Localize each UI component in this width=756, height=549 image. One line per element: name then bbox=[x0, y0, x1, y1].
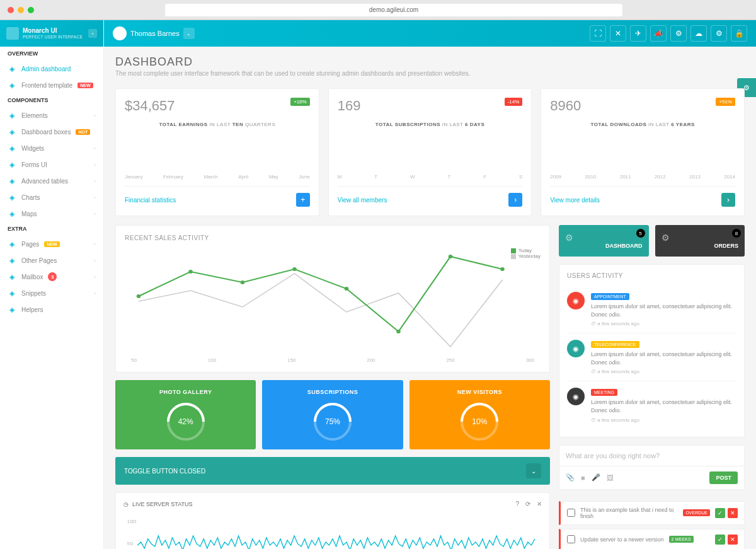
dashboard-icon: ◈ bbox=[8, 64, 16, 73]
sales-title: RECENT SALES ACTIVITY bbox=[125, 234, 541, 241]
sliders-icon[interactable]: ⚙ bbox=[670, 25, 687, 42]
status-input[interactable]: What are you doing right now? bbox=[559, 445, 745, 466]
stat-action-button[interactable]: › bbox=[721, 193, 735, 207]
sidebar-item-admin-dashboard[interactable]: ◈Admin dashboard bbox=[0, 61, 103, 77]
activity-text: Lorem ipsum dolor sit amet, consectetuer… bbox=[591, 398, 736, 414]
sidebar-item-maps[interactable]: ◈Maps› bbox=[0, 205, 103, 222]
chart-legend: Today Yesterday bbox=[511, 248, 541, 259]
activity-text: Lorem ipsum dolor sit amet, consectetuer… bbox=[591, 350, 736, 366]
close-icon[interactable]: ✕ bbox=[537, 500, 542, 507]
layout-icon: ◈ bbox=[8, 81, 16, 90]
nav-badge: 3 bbox=[48, 272, 57, 281]
tile-orders[interactable]: 8⚙ORDERS bbox=[655, 225, 745, 257]
post-button[interactable]: POST bbox=[709, 471, 738, 484]
tile-icon: ⚙ bbox=[662, 233, 739, 243]
svg-point-3 bbox=[292, 267, 297, 271]
page-icon: ◈ bbox=[8, 240, 16, 248]
refresh-icon[interactable]: ⟳ bbox=[525, 500, 530, 507]
svg-text:100: 100 bbox=[127, 518, 137, 524]
gauge-new-visitors[interactable]: NEW VISITORS10% bbox=[410, 380, 550, 449]
gauge-ring: 10% bbox=[461, 403, 498, 441]
image-icon[interactable]: 🖼 bbox=[607, 474, 614, 482]
chevron-right-icon: › bbox=[94, 146, 96, 151]
tile-dashboard[interactable]: 5⚙DASHBOARD bbox=[559, 225, 649, 257]
activity-badge: MEETING bbox=[591, 389, 617, 396]
sidebar-item-widgets[interactable]: ◈Widgets› bbox=[0, 140, 103, 156]
activity-item: ◉ MEETING Lorem ipsum dolor sit amet, co… bbox=[567, 381, 736, 429]
page2-icon: ◈ bbox=[8, 256, 16, 265]
chevron-right-icon: › bbox=[94, 178, 96, 184]
sidebar-item-other-pages[interactable]: ◈Other Pages› bbox=[0, 252, 103, 269]
window-controls[interactable] bbox=[8, 7, 34, 13]
sidebar-item-advanced-tables[interactable]: ◈Advanced tables› bbox=[0, 173, 103, 189]
sidebar-item-forms-ui[interactable]: ◈Forms UI› bbox=[0, 156, 103, 173]
cloud-icon[interactable]: ☁ bbox=[690, 25, 707, 42]
sidebar-collapse-button[interactable]: ‹ bbox=[88, 29, 97, 38]
sales-xaxis: 50100150200250300 bbox=[125, 357, 541, 363]
maximize-window-icon[interactable] bbox=[28, 7, 34, 13]
sidebar-item-pages[interactable]: ◈PagesNEW› bbox=[0, 236, 103, 252]
svg-point-7 bbox=[500, 267, 505, 271]
stat-delta-badge: -14% bbox=[505, 98, 523, 106]
stat-link[interactable]: View more details bbox=[550, 197, 600, 204]
task-checkbox[interactable] bbox=[567, 535, 575, 543]
topbar: Thomas Barnes ⌄ ⛶ ✕ ✈ 📣 ⚙ ☁ ⚙ 🔒 bbox=[104, 20, 756, 47]
stat-label: TOTAL DOWNLOADS IN LAST 6 YEARS bbox=[550, 122, 735, 127]
brand-logo-icon bbox=[6, 27, 19, 40]
task-done-button[interactable]: ✓ bbox=[715, 508, 725, 518]
task-delete-button[interactable]: ✕ bbox=[728, 535, 738, 545]
grid-icon[interactable]: ✕ bbox=[610, 25, 626, 42]
task-done-button[interactable]: ✓ bbox=[715, 535, 725, 545]
sidebar-item-snippets[interactable]: ◈Snippets› bbox=[0, 285, 103, 301]
minimize-window-icon[interactable] bbox=[18, 7, 24, 13]
task-badge: OVERDUE bbox=[683, 509, 710, 516]
gauge-ring: 42% bbox=[167, 403, 205, 441]
activity-badge: APPOINTMENT bbox=[591, 293, 629, 300]
close-window-icon[interactable] bbox=[8, 7, 14, 13]
sidebar-item-helpers[interactable]: ◈Helpers bbox=[0, 301, 103, 318]
url-bar[interactable]: demo.agileui.com bbox=[165, 4, 622, 16]
lock-icon[interactable]: 🔒 bbox=[731, 25, 747, 42]
gauge-ring: 75% bbox=[314, 403, 352, 441]
task-checkbox[interactable] bbox=[567, 509, 575, 517]
stat-link[interactable]: Financial statistics bbox=[125, 197, 176, 204]
megaphone-icon[interactable]: 📣 bbox=[650, 25, 667, 42]
brand-subtitle: PERFECT USER INTERFACE bbox=[23, 35, 83, 40]
gauge-photo-gallery[interactable]: PHOTO GALLERY42% bbox=[115, 380, 256, 449]
video-icon[interactable]: ■ bbox=[581, 474, 585, 482]
stat-action-button[interactable]: + bbox=[296, 193, 310, 207]
stat-card-1: 169 -14% TOTAL SUBSCRIPTIONS IN LAST 6 D… bbox=[328, 88, 532, 216]
sidebar-item-charts[interactable]: ◈Charts› bbox=[0, 189, 103, 205]
chevron-down-icon[interactable]: ⌄ bbox=[183, 28, 195, 39]
send-icon[interactable]: ✈ bbox=[630, 25, 646, 42]
gear-icon[interactable]: ⚙ bbox=[711, 25, 727, 42]
task-delete-button[interactable]: ✕ bbox=[728, 508, 738, 518]
user-menu[interactable]: Thomas Barnes ⌄ bbox=[113, 26, 195, 40]
brand: Monarch UI PERFECT USER INTERFACE ‹ bbox=[0, 20, 103, 47]
stat-delta-badge: +18% bbox=[290, 98, 310, 106]
sidebar-item-dashboard-boxes[interactable]: ◈Dashboard boxesHOT bbox=[0, 124, 103, 140]
snippet-icon: ◈ bbox=[8, 289, 16, 298]
brand-title: Monarch UI bbox=[23, 27, 83, 35]
box-icon: ◈ bbox=[8, 127, 16, 136]
task-text: Update server to a newer version bbox=[580, 536, 664, 543]
attach-icon[interactable]: 📎 bbox=[566, 473, 575, 482]
table-icon: ◈ bbox=[8, 176, 16, 185]
stat-action-button[interactable]: › bbox=[508, 193, 522, 207]
form-icon: ◈ bbox=[8, 160, 16, 169]
sidebar-item-elements[interactable]: ◈Elements› bbox=[0, 107, 103, 124]
chart-icon: ◈ bbox=[8, 193, 16, 202]
svg-point-0 bbox=[137, 294, 141, 298]
tile-icon: ⚙ bbox=[565, 233, 643, 243]
stat-link[interactable]: View all members bbox=[338, 197, 387, 204]
stat-xaxis: JanuaryFebruaryMarchAprilMayJune bbox=[125, 174, 310, 180]
sidebar-item-mailbox[interactable]: ◈Mailbox3› bbox=[0, 269, 103, 285]
nav-section-header: EXTRA bbox=[0, 222, 103, 236]
expand-icon[interactable]: ⛶ bbox=[590, 25, 606, 42]
gauge-subscriptions[interactable]: SUBSCRIPTIONS75% bbox=[262, 380, 403, 449]
help-icon[interactable]: ? bbox=[515, 500, 519, 507]
mic-icon[interactable]: 🎤 bbox=[592, 473, 600, 482]
toggle-button[interactable]: TOGGLE BUTTON CLOSED ⌄ bbox=[115, 457, 550, 485]
sidebar-item-frontend-template[interactable]: ◈Frontend templateNEW bbox=[0, 77, 103, 93]
sidebar: Monarch UI PERFECT USER INTERFACE ‹ OVER… bbox=[0, 20, 104, 549]
